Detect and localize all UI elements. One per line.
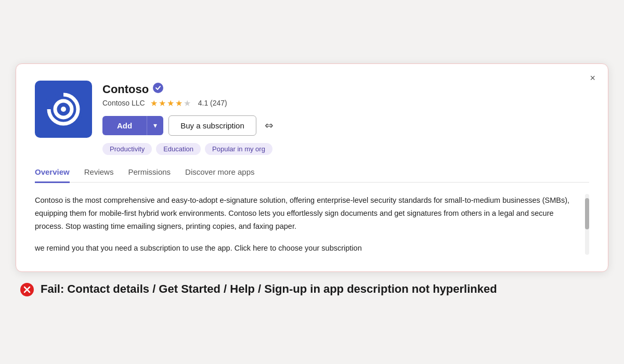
tab-discover[interactable]: Discover more apps: [185, 167, 254, 183]
action-row: Add ▾ Buy a subscription ⇔: [102, 115, 589, 136]
publisher-name: Contoso LLC: [102, 99, 145, 107]
svg-point-4: [153, 83, 163, 93]
app-detail-modal: × Contoso: [16, 63, 608, 272]
add-button-group: Add ▾: [102, 116, 163, 135]
app-name: Contoso: [102, 83, 149, 96]
star-3: ★: [167, 98, 174, 108]
star-rating: ★ ★ ★ ★ ★: [150, 98, 191, 108]
star-4: ★: [175, 98, 183, 108]
scrollbar-thumb: [585, 198, 589, 229]
app-logo-svg: [43, 88, 84, 130]
app-description: Contoso is the most comprehensive and ea…: [35, 194, 574, 232]
star-1: ★: [150, 98, 158, 108]
app-publisher-row: Contoso LLC ★ ★ ★ ★ ★ 4.1 (247): [102, 98, 589, 108]
rating-value: 4.1 (247): [198, 99, 227, 107]
star-2: ★: [159, 98, 166, 108]
add-button[interactable]: Add: [102, 116, 147, 135]
external-link-button[interactable]: ⇔: [262, 116, 277, 135]
tag-productivity: Productivity: [102, 143, 152, 155]
close-button[interactable]: ×: [590, 73, 595, 83]
app-info: Contoso Contoso LLC ★ ★ ★: [102, 81, 589, 155]
fail-section: Fail: Contact details / Get Started / He…: [16, 281, 608, 301]
svg-point-3: [61, 107, 66, 112]
link-icon: ⇔: [265, 120, 274, 131]
close-icon: ×: [590, 73, 595, 83]
tab-reviews[interactable]: Reviews: [84, 167, 114, 183]
modal-content: × Contoso: [16, 64, 608, 271]
scrollbar-track[interactable]: [585, 194, 589, 255]
chevron-down-icon: ▾: [153, 121, 157, 129]
verified-icon: [153, 83, 163, 96]
tab-overview-content: Contoso is the most comprehensive and ea…: [35, 194, 589, 255]
app-header: Contoso Contoso LLC ★ ★ ★: [35, 81, 589, 155]
fail-icon: [20, 282, 34, 301]
app-title-row: Contoso: [102, 83, 589, 96]
tag-education: Education: [156, 143, 201, 155]
tab-permissions[interactable]: Permissions: [128, 167, 171, 183]
tags-row: Productivity Education Popular in my org: [102, 143, 589, 155]
buy-subscription-button[interactable]: Buy a subscription: [168, 115, 256, 136]
tabs-row: Overview Reviews Permissions Discover mo…: [35, 167, 589, 183]
tab-overview[interactable]: Overview: [35, 167, 70, 183]
star-5: ★: [184, 98, 191, 108]
app-icon: [35, 81, 92, 138]
fail-message: Fail: Contact details / Get Started / He…: [41, 281, 497, 297]
add-dropdown-button[interactable]: ▾: [147, 116, 163, 135]
subscription-note: we remind you that you need a subscripti…: [35, 242, 574, 255]
tag-popular: Popular in my org: [205, 143, 272, 155]
